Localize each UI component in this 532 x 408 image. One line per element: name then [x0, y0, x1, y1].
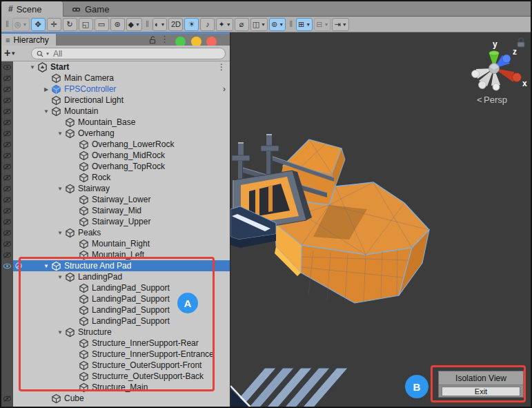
gameobject-cube-icon: [51, 95, 61, 106]
grid-visibility[interactable]: ⊟▼: [314, 18, 331, 31]
hierarchy-row[interactable]: Mountain_Right: [1, 238, 230, 249]
eye-icon[interactable]: [3, 262, 12, 271]
chevron-down-icon[interactable]: ▼: [135, 22, 140, 27]
chevron-down-icon[interactable]: ▼: [161, 22, 166, 27]
hierarchy-row[interactable]: Overhang_MidRock: [1, 150, 230, 161]
camera-settings[interactable]: ◫▼: [250, 18, 268, 31]
toolbar-divider: ‖: [289, 19, 293, 29]
expander-right-icon[interactable]: ▶: [41, 86, 51, 93]
eye-slash-icon[interactable]: [3, 129, 12, 138]
expander-down-icon[interactable]: ▼: [55, 130, 65, 137]
eye-slash-icon[interactable]: [3, 184, 12, 193]
gizmos-toggle[interactable]: ⊚▼: [269, 18, 286, 31]
2d-toggle[interactable]: 2D: [168, 18, 183, 31]
eye-icon[interactable]: [3, 63, 12, 72]
tab-game[interactable]: Game: [64, 1, 116, 17]
gameobject-cube-icon: [79, 139, 89, 150]
chevron-down-icon[interactable]: ▼: [306, 22, 311, 27]
eye-slash-icon[interactable]: [3, 394, 12, 403]
chevron-down-icon[interactable]: ▼: [23, 22, 28, 27]
chevron-down-icon[interactable]: ▼: [324, 22, 328, 27]
eye-slash-icon[interactable]: [3, 140, 12, 149]
eye-slash-icon[interactable]: [3, 206, 12, 215]
add-object-button[interactable]: +▼: [4, 47, 16, 59]
expander-down-icon[interactable]: ▼: [41, 108, 51, 115]
eye-slash-icon[interactable]: [3, 151, 12, 160]
hierarchy-row[interactable]: Overhang_TopRock: [1, 161, 230, 172]
kebab-menu-icon[interactable]: ⋮: [217, 62, 226, 72]
effects-toggle[interactable]: ✦▼: [216, 18, 233, 31]
object-name-label: Cube: [64, 394, 84, 403]
eye-slash-icon[interactable]: [3, 240, 12, 249]
view-tab-bar: # Scene Game: [1, 1, 532, 17]
eye-slash-icon[interactable]: [3, 217, 12, 226]
hierarchy-row[interactable]: ▼Peaks: [1, 227, 230, 238]
rect-tool[interactable]: ▭: [95, 18, 109, 31]
hand-pan-tool-icon: ✥: [35, 21, 41, 28]
hierarchy-row[interactable]: ▼Start⋮: [1, 61, 230, 72]
custom-editor-tool[interactable]: ◆▼: [126, 18, 142, 31]
hierarchy-row[interactable]: Stairway_Lower: [1, 194, 230, 205]
grid-snap-toggle[interactable]: ⊞▼: [296, 18, 313, 31]
hierarchy-row[interactable]: ▼Stairway: [1, 183, 230, 194]
grid-icon: #: [8, 4, 13, 14]
shading-mode[interactable]: ◐▼: [152, 18, 168, 31]
hidden-objects-toggle[interactable]: ⌀: [235, 18, 249, 31]
audio-toggle[interactable]: ♪: [200, 18, 215, 31]
snap-settings[interactable]: ⇥▼: [332, 18, 348, 31]
eye-slash-icon[interactable]: [3, 74, 12, 83]
eye-slash-icon[interactable]: [3, 195, 12, 204]
hierarchy-row[interactable]: Stairway_Mid: [1, 205, 230, 216]
chevron-down-icon[interactable]: ▼: [279, 22, 284, 27]
eye-slash-icon[interactable]: [3, 173, 12, 182]
lighting-toggle[interactable]: ☀: [184, 18, 199, 31]
hierarchy-row[interactable]: ▼Overhang: [1, 128, 230, 139]
unity-scene-icon: [37, 62, 48, 72]
search-input[interactable]: ▼ All: [31, 48, 226, 59]
axis-label-y: y: [493, 39, 497, 49]
hand-pan-tool[interactable]: ✥: [31, 18, 46, 31]
scale-tool[interactable]: ◱: [79, 18, 93, 31]
eye-slash-icon[interactable]: [3, 229, 12, 237]
toolbar-drag-handle[interactable]: ‖: [6, 19, 9, 29]
eye-slash-icon[interactable]: [3, 96, 12, 105]
hierarchy-row[interactable]: Cube: [1, 393, 230, 404]
object-name-label: Stairway: [78, 184, 110, 193]
tab-hierarchy[interactable]: ≡ Hierarchy: [1, 34, 56, 46]
hierarchy-row[interactable]: Rock: [1, 172, 230, 183]
effects-toggle-icon: ✦: [218, 21, 224, 28]
rect-tool-icon: ▭: [98, 21, 105, 28]
expander-down-icon[interactable]: ▼: [55, 230, 65, 236]
chevron-down-icon[interactable]: ▼: [261, 22, 266, 27]
eye-slash-icon[interactable]: [3, 85, 12, 94]
eye-slash-icon[interactable]: [3, 118, 12, 127]
axis-label-x: x: [522, 79, 527, 88]
view-options-tool[interactable]: ◎▼: [12, 18, 30, 31]
move-tool[interactable]: ✛: [47, 18, 61, 31]
tab-scene[interactable]: # Scene: [1, 1, 63, 17]
hierarchy-row[interactable]: Directional Light: [1, 95, 230, 106]
expander-down-icon[interactable]: ▼: [28, 64, 37, 70]
chevron-down-icon[interactable]: ▼: [342, 22, 347, 27]
hierarchy-row[interactable]: ▼Mountain: [1, 106, 230, 117]
hierarchy-row[interactable]: Overhang_LowerRock: [1, 139, 230, 150]
hierarchy-row[interactable]: ▶FPSController›: [1, 84, 230, 95]
chevron-down-icon[interactable]: ▼: [226, 22, 231, 27]
eye-slash-icon[interactable]: [3, 251, 12, 260]
hierarchy-row[interactable]: Mountain_Base: [1, 117, 230, 128]
eye-slash-icon[interactable]: [3, 107, 12, 116]
transform-tool[interactable]: ⊛: [110, 18, 125, 31]
rotate-tool[interactable]: ↻: [63, 18, 77, 31]
gizmo-lock-icon: [518, 38, 524, 47]
scene-view[interactable]: y z x < Persp: [230, 32, 532, 408]
gameobject-cube-icon: [65, 117, 75, 128]
hierarchy-row[interactable]: Main Camera: [1, 72, 230, 84]
object-name-label: Stairway_Upper: [92, 217, 150, 226]
2d-toggle-icon: 2D: [171, 21, 181, 28]
hierarchy-row[interactable]: Stairway_Upper: [1, 216, 230, 227]
lock-open-icon[interactable]: [148, 35, 157, 45]
kebab-menu-icon[interactable]: ⋮: [160, 34, 170, 44]
expander-down-icon[interactable]: ▼: [55, 186, 65, 192]
chevron-right-icon[interactable]: ›: [223, 84, 226, 94]
eye-slash-icon[interactable]: [3, 162, 12, 171]
